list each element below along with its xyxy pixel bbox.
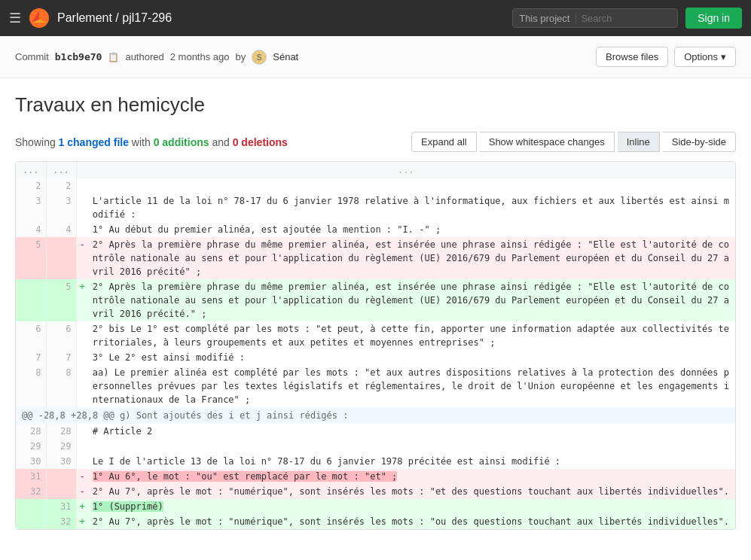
svg-text:S: S [257,53,262,62]
search-scope: This project [519,13,576,24]
diff-left-linenum: 32 [16,484,46,499]
diff-line-content: 2° Après la première phrase du même prem… [88,237,735,279]
diff-line-row: 32 + 2° Au 7°, après le mot : "numérique… [16,514,735,529]
project-title[interactable]: Parlement / pjl17-296 [57,11,172,25]
diff-right-linenum: 29 [46,439,76,454]
diff-line-row: 30 30 Le I de l'article 13 de la loi n° … [16,454,735,469]
diff-left-linenum: 3 [16,193,46,222]
browse-files-button[interactable]: Browse files [596,47,668,67]
sidebyside-view-button[interactable]: Side-by-side [663,132,736,152]
inline-view-button[interactable]: Inline [618,132,660,152]
commit-author: Sénat [273,51,298,62]
diff-sign [76,439,88,454]
diff-sign [76,222,88,237]
diff-line-row: 2 2 [16,178,735,193]
expand-all-button[interactable]: Expand all [411,132,477,152]
diff-right-linenum: 28 [46,424,76,439]
diff-left-linenum: 30 [16,454,46,469]
diff-sign [76,193,88,222]
diff-right-linenum: 5 [46,279,76,321]
author-avatar: S [252,50,267,65]
commit-actions: Browse files Options ▾ [596,47,736,67]
topnav: ☰ Parlement / pjl17-296 This project 🔍 S… [0,0,751,36]
diff-line-row: 7 7 3° Le 2° est ainsi modifié : [16,350,735,365]
by-label: by [236,51,246,62]
diff-line-row: 5 - 2° Après la première phrase du même … [16,237,735,279]
diff-view-buttons: Expand all Show whitespace changes Inlin… [411,132,736,152]
diff-right-linenum: 6 [46,321,76,350]
diff-ellipsis-row: ......... [16,162,735,178]
diff-right-linenum [46,484,76,499]
commit-info: Commit b1cb9e70 📋 authored 2 months ago … [15,50,298,65]
app-logo [29,8,50,29]
diff-line-row: 3 3 L'article 11 de la loi n° 78-17 du 6… [16,193,735,222]
diff-line-content: 2° Au 7°, après le mot : "numérique", so… [88,514,735,529]
diff-sign: - [76,237,88,279]
diff-right-linenum: 2 [46,178,76,193]
diff-right-linenum: 3 [46,193,76,222]
diff-left-linenum: 4 [16,222,46,237]
diff-line-row: 31 - 1° Au 6°, le mot : "ou" est remplac… [16,469,735,484]
diff-line-row: 32 - 2° Au 7°, après le mot : "numérique… [16,484,735,499]
diff-line-row: 4 4 1° Au début du premier alinéa, est a… [16,222,735,237]
diff-line-row: 6 6 2° bis Le 1° est complété par les mo… [16,321,735,350]
showing-label: Showing [15,136,56,148]
page-title: Travaux en hemicycle [15,93,736,117]
diff-sign: + [76,514,88,529]
diff-sign: + [76,279,88,321]
diff-sign [76,365,88,407]
diff-line-row: 8 8 aa) Le premier alinéa est complété p… [16,365,735,407]
diff-left-linenum: 6 [16,321,46,350]
diff-line-content [88,178,735,193]
diff-left-linenum: 2 [16,178,46,193]
diff-line-row: 28 28 # Article 2 [16,424,735,439]
search-bar: This project 🔍 [512,8,678,28]
options-button[interactable]: Options ▾ [674,47,736,67]
diff-line-content: aa) Le premier alinéa est complété par l… [88,365,735,407]
diff-left-linenum [16,279,46,321]
diff-sign: - [76,484,88,499]
signin-button[interactable]: Sign in [685,8,742,29]
diff-right-linenum [46,469,76,484]
with-label: with [132,136,151,148]
diff-sign [76,321,88,350]
diff-left-linenum: 8 [16,365,46,407]
diff-line-content: Le I de l'article 13 de la loi n° 78-17 … [88,454,735,469]
dropdown-arrow-icon: ▾ [721,51,726,62]
commit-label: Commit [15,51,49,62]
diff-left-linenum: 31 [16,469,46,484]
diff-summary: Showing 1 changed file with 0 additions … [15,136,288,148]
diff-controls: Showing 1 changed file with 0 additions … [15,132,736,152]
diff-sign [76,424,88,439]
diff-right-linenum: 32 [46,514,76,529]
copy-hash-icon[interactable]: 📋 [108,52,119,62]
diff-right-linenum: 7 [46,350,76,365]
diff-line-content: 1° (Supprimé) [88,499,735,514]
diff-container: ......... 2 2 3 3 L'article 11 de la loi… [15,161,736,530]
diff-line-content: 1° Au début du premier alinéa, est ajout… [88,222,735,237]
diff-right-linenum: 31 [46,499,76,514]
diff-left-linenum [16,514,46,529]
diff-right-linenum: 4 [46,222,76,237]
diff-left-linenum: 28 [16,424,46,439]
diff-sign [76,454,88,469]
diff-left-linenum: 7 [16,350,46,365]
diff-ellipsis-row: @@ -28,8 +28,8 @@ g) Sont ajoutés des i … [16,407,735,424]
commit-bar: Commit b1cb9e70 📋 authored 2 months ago … [0,36,751,78]
diff-line-row: 5 + 2° Après la première phrase du même … [16,279,735,321]
diff-line-row: 31 + 1° (Supprimé) [16,499,735,514]
diff-line-content: # Article 2 [88,424,735,439]
diff-sign [76,178,88,193]
diff-left-linenum: 5 [16,237,46,279]
and-label: and [212,136,229,148]
diff-line-content: 3° Le 2° est ainsi modifié : [88,350,735,365]
diff-line-content: 2° bis Le 1° est complété par les mots :… [88,321,735,350]
diff-sign: - [76,469,88,484]
hamburger-icon[interactable]: ☰ [9,10,21,26]
commit-time: 2 months ago [170,51,230,62]
diff-left-linenum: 29 [16,439,46,454]
diff-line-content: 2° Après la première phrase du même prem… [88,279,735,321]
commit-hash[interactable]: b1cb9e70 [55,51,102,62]
show-whitespace-button[interactable]: Show whitespace changes [480,132,615,152]
diff-left-linenum [16,499,46,514]
